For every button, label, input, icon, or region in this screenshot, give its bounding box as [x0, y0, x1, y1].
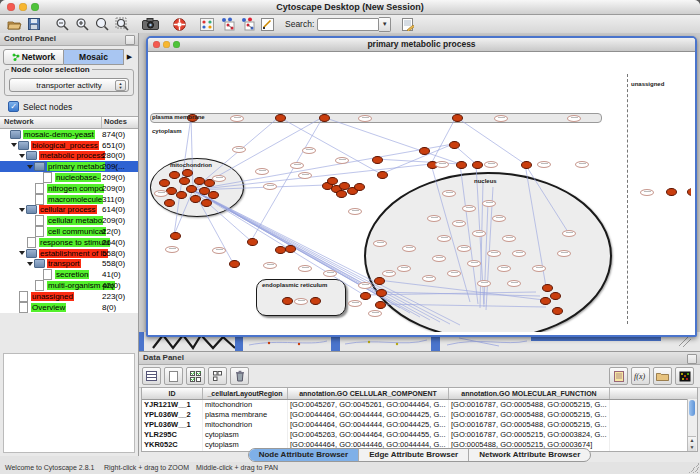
- gene-node-highlighted[interactable]: [666, 188, 677, 196]
- gene-node[interactable]: [494, 115, 508, 122]
- tree-row-multi-organism-pro[interactable]: multi-organism pro42(0): [0, 280, 138, 291]
- color-attribute-dropdown[interactable]: transporter activity ▲▼: [9, 78, 129, 92]
- tree-row-cellular-metabo[interactable]: cellular metabo209(0): [0, 215, 138, 226]
- gene-node[interactable]: [335, 157, 349, 164]
- gene-node[interactable]: [462, 205, 476, 212]
- import-attributes-icon[interactable]: [653, 367, 672, 385]
- close-view-icon[interactable]: [153, 41, 160, 48]
- tree-row-biological-process[interactable]: biological_process651(0): [0, 140, 138, 151]
- gene-node-highlighted[interactable]: [285, 245, 296, 253]
- gene-node-highlighted[interactable]: [327, 177, 338, 185]
- tree-row-macromolecule[interactable]: macromolecule311(0): [0, 194, 138, 205]
- gene-node-highlighted[interactable]: [176, 191, 187, 199]
- gene-node-highlighted[interactable]: [372, 156, 383, 164]
- gene-node[interactable]: [567, 115, 581, 122]
- gene-node[interactable]: [537, 161, 551, 168]
- vizmapper-icon[interactable]: [199, 17, 215, 32]
- gene-node[interactable]: [298, 172, 312, 179]
- gene-node[interactable]: [294, 298, 308, 305]
- filter-icon[interactable]: [399, 17, 415, 32]
- new-attribute-icon[interactable]: [164, 367, 183, 385]
- gene-node[interactable]: [482, 200, 496, 207]
- gene-node[interactable]: [255, 168, 269, 175]
- annotation-icon[interactable]: [259, 17, 275, 32]
- gene-node[interactable]: [358, 282, 372, 289]
- zoom-window-icon[interactable]: [31, 3, 39, 11]
- tree-row-transport[interactable]: transport558(0): [0, 259, 138, 270]
- gene-node[interactable]: [472, 230, 486, 237]
- tree-row-primary-metabo[interactable]: primary metabo209(...: [0, 161, 138, 172]
- gene-node[interactable]: [212, 175, 226, 182]
- tree-row-nucleobase-[interactable]: nucleobase-209(0): [0, 172, 138, 183]
- gene-node-highlighted[interactable]: [164, 199, 175, 207]
- gene-node-highlighted[interactable]: [190, 195, 201, 203]
- resize-grip[interactable]: [689, 463, 699, 473]
- expand-arrow-icon[interactable]: [19, 208, 25, 212]
- tree-row-overview[interactable]: Overview8(0): [0, 302, 138, 313]
- gene-node-highlighted[interactable]: [360, 292, 371, 300]
- gene-node[interactable]: [232, 146, 246, 153]
- gene-node[interactable]: [437, 235, 451, 242]
- float-panel-icon[interactable]: [125, 35, 135, 45]
- gene-node-highlighted[interactable]: [374, 277, 385, 285]
- gene-node[interactable]: [290, 162, 304, 169]
- gene-node-highlighted[interactable]: [182, 169, 193, 177]
- help-icon[interactable]: [171, 17, 187, 32]
- gene-node-highlighted[interactable]: [194, 177, 205, 185]
- gene-node-highlighted[interactable]: [208, 191, 219, 199]
- gene-node[interactable]: [484, 161, 498, 168]
- gene-node[interactable]: [432, 255, 446, 262]
- network-canvas[interactable]: plasma membrane cytoplasm mitochondrion …: [148, 52, 691, 332]
- col-header-cellular-component[interactable]: annotation.GO CELLULAR_COMPONENT: [288, 388, 449, 399]
- gene-node-highlighted[interactable]: [159, 179, 170, 187]
- save-icon[interactable]: [26, 17, 42, 32]
- network-view-titlebar[interactable]: primary metabolic process: [148, 38, 695, 52]
- gene-node-highlighted[interactable]: [275, 114, 286, 122]
- gene-node[interactable]: [532, 265, 546, 272]
- open-icon[interactable]: [6, 17, 22, 32]
- table-row[interactable]: YPL036W__2plasma membrane[GO:0044464, GO…: [142, 410, 697, 420]
- gene-node[interactable]: [487, 250, 501, 257]
- gene-node-highlighted[interactable]: [542, 284, 553, 292]
- gene-node[interactable]: [507, 280, 521, 287]
- gene-node[interactable]: [302, 147, 316, 154]
- expand-arrow-icon[interactable]: [11, 143, 17, 147]
- gene-node-highlighted[interactable]: [521, 161, 532, 169]
- birdseye-view[interactable]: [3, 353, 135, 453]
- gene-node-highlighted[interactable]: [552, 307, 563, 315]
- zoom-view-icon[interactable]: [173, 41, 180, 48]
- gene-node[interactable]: [447, 270, 461, 277]
- gene-node[interactable]: [640, 189, 654, 196]
- tab-edge-attribute-browser[interactable]: Edge Attribute Browser: [359, 449, 469, 461]
- gene-node[interactable]: [442, 190, 456, 197]
- expand-arrow-icon[interactable]: [27, 262, 33, 266]
- gene-node-highlighted[interactable]: [452, 114, 463, 122]
- gene-node-highlighted[interactable]: [419, 147, 430, 155]
- gene-node[interactable]: [165, 246, 179, 253]
- gene-node[interactable]: [427, 215, 441, 222]
- gene-node-highlighted[interactable]: [336, 190, 347, 198]
- gene-node-highlighted[interactable]: [456, 161, 467, 169]
- gene-node-highlighted[interactable]: [201, 199, 212, 207]
- snapshot-icon[interactable]: [142, 17, 159, 32]
- search-input[interactable]: [317, 18, 379, 31]
- tab-mosaic[interactable]: Mosaic: [64, 49, 124, 65]
- gene-node-highlighted[interactable]: [550, 292, 561, 300]
- gene-node-highlighted[interactable]: [310, 297, 321, 305]
- formula-builder-icon[interactable]: f(x): [631, 367, 650, 385]
- layout-red-blue-icon[interactable]: [219, 17, 235, 32]
- delete-attribute-icon[interactable]: [230, 367, 249, 385]
- gene-node[interactable]: [467, 260, 481, 267]
- gene-node[interactable]: [435, 161, 449, 168]
- gene-node[interactable]: [373, 240, 387, 247]
- gene-node[interactable]: [557, 250, 571, 257]
- gene-node[interactable]: [492, 215, 506, 222]
- gene-node[interactable]: [212, 247, 226, 254]
- select-attributes-icon[interactable]: [142, 367, 161, 385]
- gene-node[interactable]: [348, 300, 362, 307]
- gene-node[interactable]: [562, 230, 576, 237]
- tree-row-unassigned[interactable]: unassigned223(0): [0, 291, 138, 302]
- gene-node[interactable]: [502, 235, 516, 242]
- table-row[interactable]: YJR121W__1mitochondrion[GO:0045267, GO:0…: [142, 400, 697, 410]
- layout-blue-red-icon[interactable]: [239, 17, 255, 32]
